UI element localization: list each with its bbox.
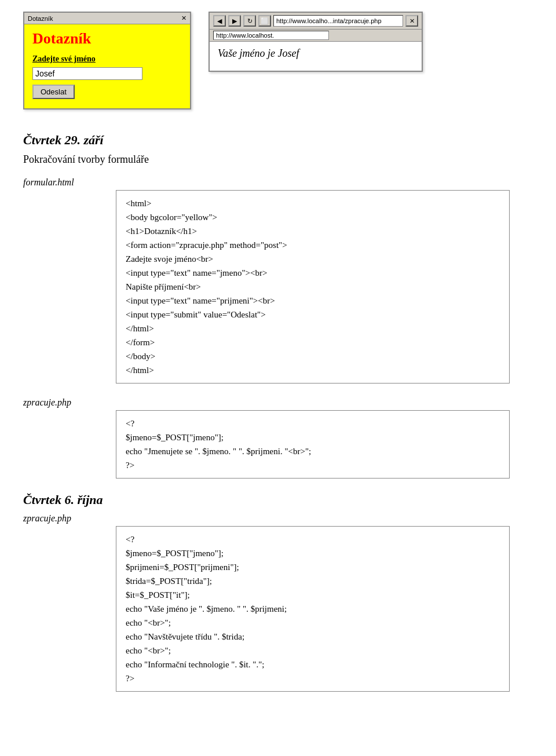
code-line: $trida=$_POST["trida"]; bbox=[126, 574, 500, 588]
zpracuje-code-wrapper-1: <?$jmeno=$_POST["jmeno"];echo "Jmenujete… bbox=[70, 410, 521, 479]
close-icon[interactable]: ✕ bbox=[405, 15, 418, 27]
code-line: <? bbox=[126, 417, 500, 430]
address-bar-row bbox=[210, 30, 422, 42]
code-line: <h1>Dotazník</h1> bbox=[126, 224, 500, 238]
code-line: ?> bbox=[126, 458, 500, 472]
dotaznik-heading: Dotazník bbox=[32, 30, 182, 48]
code-line: <form action="zpracuje.php" method="post… bbox=[126, 238, 500, 252]
forward-button[interactable]: ▶ bbox=[228, 15, 241, 27]
code-line: Napište příjmení<br> bbox=[126, 280, 500, 294]
formular-html-code: <html><body bgcolor="yellow"><h1>Dotazní… bbox=[116, 190, 510, 384]
left-title-text: Dotazník bbox=[28, 15, 53, 22]
code-line: echo "<br>"; bbox=[126, 616, 500, 630]
close-icon[interactable]: ✕ bbox=[181, 14, 186, 22]
left-browser-window: Dotazník ✕ Dotazník Zadejte své jméno Od… bbox=[23, 12, 191, 109]
code-line: ?> bbox=[126, 671, 500, 685]
zpracuje-filename-label-2: zpracuje.php bbox=[23, 513, 533, 524]
stop-button[interactable]: ⬜ bbox=[258, 15, 271, 27]
code-line: </body> bbox=[126, 349, 500, 363]
address-input[interactable] bbox=[213, 31, 329, 40]
result-text: Vaše jméno je Josef bbox=[218, 48, 299, 59]
code-line: </form> bbox=[126, 335, 500, 349]
zpracuje-code-2: <?$jmeno=$_POST["jmeno"];$prijmeni=$_POS… bbox=[116, 526, 510, 692]
date-text-2: Čtvrtek 6. října bbox=[23, 492, 103, 507]
code-line: <? bbox=[126, 532, 500, 546]
code-line: $it=$_POST["it"]; bbox=[126, 588, 500, 602]
formular-filename-label: formular.html bbox=[23, 177, 533, 188]
code-line: $jmeno=$_POST["jmeno"]; bbox=[126, 430, 500, 444]
code-line: echo "Jmenujete se ". $jmeno. " ". $prij… bbox=[126, 444, 500, 458]
code-line: </html> bbox=[126, 363, 500, 377]
zpracuje-filename-label-1: zpracuje.php bbox=[23, 397, 533, 408]
section-zpracuje-1: zpracuje.php <?$jmeno=$_POST["jmeno"];ec… bbox=[23, 397, 533, 479]
main-content: Čtvrtek 29. září Pokračování tvorby form… bbox=[23, 133, 533, 692]
top-section: Dotazník ✕ Dotazník Zadejte své jméno Od… bbox=[23, 12, 533, 109]
date-text-1: Čtvrtek 29. září bbox=[23, 133, 104, 147]
code-line: echo "<br>"; bbox=[126, 644, 500, 658]
url-bar[interactable] bbox=[273, 15, 403, 27]
left-browser-content: Dotazník Zadejte své jméno Odeslat bbox=[24, 24, 190, 108]
jmeno-input[interactable] bbox=[32, 67, 142, 80]
back-button[interactable]: ◀ bbox=[213, 15, 226, 27]
zpracuje-code-1: <?$jmeno=$_POST["jmeno"];echo "Jmenujete… bbox=[116, 410, 510, 479]
code-line: <html> bbox=[126, 196, 500, 210]
right-browser-window: ◀ ▶ ↻ ⬜ ✕ Vaše jméno je Josef bbox=[209, 12, 423, 72]
right-browser-content: Vaše jméno je Josef bbox=[210, 42, 422, 71]
section-thursday-6: Čtvrtek 6. října zpracuje.php <?$jmeno=$… bbox=[23, 492, 533, 692]
code-line: <body bgcolor="yellow"> bbox=[126, 210, 500, 224]
code-line: $prijmeni=$_POST["prijmeni"]; bbox=[126, 560, 500, 574]
code-line: <input type="text" name="prijmeni"><br> bbox=[126, 294, 500, 308]
section-thursday-29: Čtvrtek 29. září Pokračování tvorby form… bbox=[23, 133, 533, 384]
code-line: echo "Informační technologie ". $it. "."… bbox=[126, 658, 500, 671]
code-line: echo "Navštěvujete třídu ". $trida; bbox=[126, 630, 500, 644]
code-line: $jmeno=$_POST["jmeno"]; bbox=[126, 546, 500, 560]
code-line: <input type="submit" value="Odeslat"> bbox=[126, 308, 500, 322]
formular-html-code-box: <html><body bgcolor="yellow"><h1>Dotazní… bbox=[70, 190, 521, 384]
odeslat-button[interactable]: Odeslat bbox=[32, 85, 75, 99]
code-line: Zadejte svoje jméno<br> bbox=[126, 252, 500, 266]
zpracuje-code-wrapper-2: <?$jmeno=$_POST["jmeno"];$prijmeni=$_POS… bbox=[70, 526, 521, 692]
refresh-button[interactable]: ↻ bbox=[243, 15, 256, 27]
code-line: <input type="text" name="jmeno"><br> bbox=[126, 266, 500, 280]
date-heading-2: Čtvrtek 6. října bbox=[23, 492, 533, 507]
left-title-bar: Dotazník ✕ bbox=[24, 13, 190, 24]
code-line: </html> bbox=[126, 322, 500, 335]
subtitle-1: Pokračování tvorby formuláře bbox=[23, 154, 533, 166]
form-label: Zadejte své jméno bbox=[32, 54, 182, 64]
right-toolbar: ◀ ▶ ↻ ⬜ ✕ bbox=[210, 13, 422, 30]
date-heading-1: Čtvrtek 29. září bbox=[23, 133, 533, 148]
code-line: echo "Vaše jméno je ". $jmeno. " ". $pri… bbox=[126, 602, 500, 616]
